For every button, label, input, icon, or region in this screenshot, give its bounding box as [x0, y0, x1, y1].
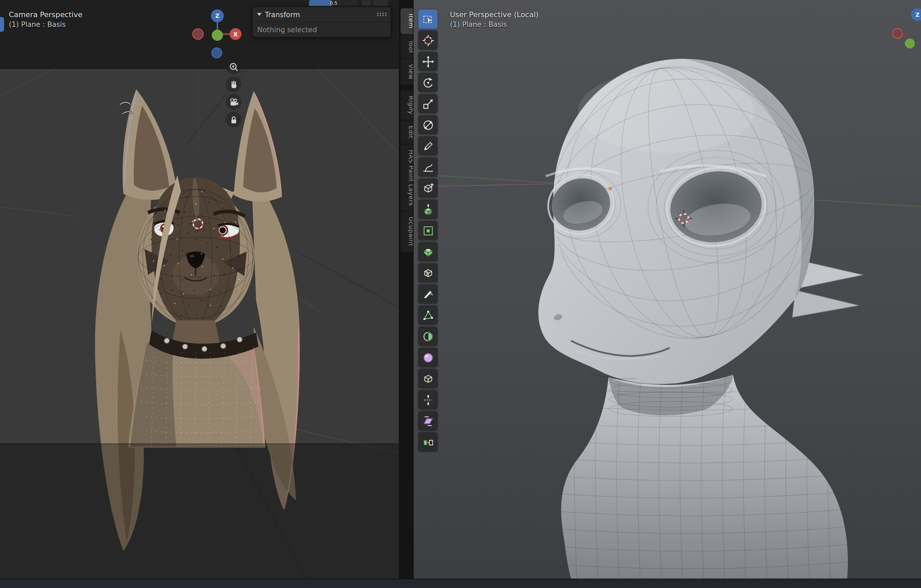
transform-panel-message: Nothing selected	[252, 22, 391, 34]
right-3d-scene	[414, 0, 921, 578]
tool-select-box[interactable]	[418, 10, 438, 29]
viewport-object-info: (1) Plane : Basis	[9, 21, 65, 29]
chevron-down-icon	[257, 12, 262, 16]
tool-measure[interactable]	[418, 158, 438, 177]
lock-icon	[228, 114, 239, 125]
gizmo-axis-neg-x[interactable]	[892, 29, 903, 39]
tool-poly-build[interactable]	[418, 306, 438, 325]
viewport-camera[interactable]: Camera Perspective (1) Plane : Basis Tra…	[0, 0, 399, 578]
rotate-icon	[421, 76, 434, 89]
move-icon	[421, 55, 434, 68]
bevel-icon	[421, 245, 434, 258]
slider-value: 0.5	[309, 0, 358, 6]
spin-icon	[421, 330, 434, 342]
gizmo-axis-y[interactable]	[212, 29, 223, 41]
navigation-gizmo[interactable]: Z X	[187, 6, 251, 65]
active-tool-button-partial[interactable]	[0, 17, 4, 32]
measure-icon	[421, 161, 434, 173]
gizmo-axis-neg-z[interactable]	[212, 48, 222, 58]
add-cube-icon	[421, 182, 434, 194]
viewport-view-label: Camera Perspective	[9, 10, 82, 19]
rip-region-icon	[421, 435, 434, 448]
blender-window: Camera Perspective (1) Plane : Basis Tra…	[0, 0, 921, 588]
partial-value-slider[interactable]: 0.5	[309, 0, 358, 6]
partial-button[interactable]	[373, 0, 388, 6]
sidebar-tab-strip: ItemToolViewRigifyEditHAS Paint LayersUc…	[399, 0, 413, 578]
toolbar	[418, 10, 438, 454]
topbar-fragment: 0.5	[306, 0, 400, 6]
tool-shear[interactable]	[418, 411, 438, 431]
gizmo-axis-neg-x[interactable]	[193, 29, 203, 39]
scale-icon	[421, 98, 434, 110]
edge-slide-icon	[421, 372, 434, 385]
transform-icon	[421, 118, 434, 131]
tool-loop-cut[interactable]	[418, 263, 438, 283]
gizmo-z-label: Z	[215, 13, 219, 19]
zoom-button[interactable]	[226, 59, 241, 75]
camera-icon	[228, 97, 239, 107]
tool-inset-faces[interactable]	[418, 221, 438, 240]
camera-view-button[interactable]	[226, 94, 241, 110]
tool-bevel[interactable]	[418, 242, 438, 262]
status-bar	[0, 578, 921, 588]
tool-add-cube[interactable]	[418, 179, 438, 198]
poly-build-icon	[421, 309, 434, 321]
partial-grid-button[interactable]	[362, 0, 371, 6]
cursor-icon	[421, 34, 434, 47]
tool-transform[interactable]	[418, 115, 438, 135]
smooth-icon	[421, 351, 434, 364]
tool-rip-region[interactable]	[418, 433, 438, 452]
gizmo-x-label: X	[233, 31, 238, 37]
tool-move[interactable]	[418, 52, 438, 71]
hand-icon	[228, 79, 239, 89]
gizmo-z-label: Z	[915, 12, 919, 18]
annotate-icon	[421, 139, 434, 152]
transform-panel-header[interactable]: Transform	[252, 7, 391, 22]
transform-panel: Transform Nothing selected	[252, 7, 391, 37]
loop-cut-icon	[421, 266, 434, 279]
zoom-icon	[228, 62, 239, 72]
tool-spin[interactable]	[418, 327, 438, 346]
viewport-object-info: (1) Plane : Basis	[450, 21, 507, 29]
lock-view-button[interactable]	[226, 111, 241, 127]
select-box-icon	[421, 13, 434, 26]
viewport-user[interactable]: User Perspective (Local) (1) Plane : Bas…	[413, 0, 921, 578]
navigation-gizmo-partial[interactable]: Z	[887, 5, 921, 64]
pan-button[interactable]	[226, 76, 241, 92]
gizmo-axis-y[interactable]	[905, 39, 915, 49]
shear-icon	[421, 414, 434, 427]
tool-edge-slide[interactable]	[418, 369, 438, 389]
tool-scale[interactable]	[418, 94, 438, 114]
tool-extrude-region[interactable]	[418, 200, 438, 219]
camera-passepartout-bottom	[0, 444, 399, 578]
tool-cursor[interactable]	[418, 31, 438, 50]
tool-shrink-fatten[interactable]	[418, 390, 438, 410]
transform-panel-title: Transform	[265, 10, 376, 18]
viewport-view-label: User Perspective (Local)	[450, 10, 539, 19]
extrude-region-icon	[421, 203, 434, 216]
tool-rotate[interactable]	[418, 73, 438, 92]
tool-smooth[interactable]	[418, 348, 438, 367]
tool-annotate[interactable]	[418, 136, 438, 156]
inset-faces-icon	[421, 224, 434, 237]
knife-icon	[421, 287, 434, 300]
panel-grip-handle[interactable]	[376, 12, 386, 16]
shrink-fatten-icon	[421, 393, 434, 406]
tool-knife[interactable]	[418, 284, 438, 304]
object-origin-dot	[609, 187, 612, 190]
